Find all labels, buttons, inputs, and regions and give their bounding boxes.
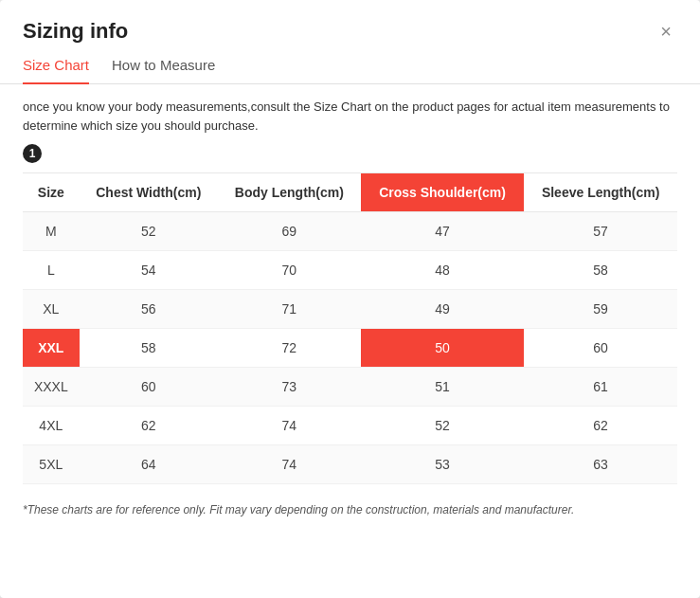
cell-size: M: [23, 212, 80, 251]
cell-sleeve: 58: [524, 251, 677, 290]
cell-shoulder: 53: [361, 445, 524, 484]
size-table: Size Chest Width(cm) Body Length(cm) Cro…: [23, 172, 677, 484]
modal-title: Sizing info: [23, 19, 128, 44]
cell-chest: 56: [80, 290, 218, 329]
cell-sleeve: 60: [524, 329, 677, 368]
table-row[interactable]: XL56714959: [23, 290, 677, 329]
cell-sleeve: 61: [524, 368, 677, 407]
cell-body: 74: [218, 445, 361, 484]
col-header-shoulder: Cross Shoulder(cm): [361, 173, 524, 212]
cell-shoulder: 47: [361, 212, 524, 251]
cell-size: 5XL: [23, 445, 80, 484]
cell-shoulder: 48: [361, 251, 524, 290]
cell-chest: 52: [80, 212, 218, 251]
col-header-body: Body Length(cm): [218, 173, 361, 212]
table-header-row: Size Chest Width(cm) Body Length(cm) Cro…: [23, 173, 677, 212]
table-row[interactable]: XXL58725060: [23, 329, 677, 368]
cell-size: XL: [23, 290, 80, 329]
tab-content: once you know your body measurements,con…: [0, 84, 700, 484]
description-text: once you know your body measurements,con…: [23, 98, 677, 135]
tab-how-to-measure[interactable]: How to Measure: [112, 57, 215, 84]
cell-sleeve: 59: [524, 290, 677, 329]
cell-body: 70: [218, 251, 361, 290]
cell-body: 74: [218, 407, 361, 445]
cell-size: XXL: [23, 329, 80, 368]
cell-chest: 60: [80, 368, 218, 407]
cell-chest: 62: [80, 407, 218, 445]
footer-note: *These charts are for reference only. Fi…: [0, 494, 700, 535]
close-button[interactable]: ×: [655, 20, 677, 43]
tab-size-chart[interactable]: Size Chart: [23, 57, 89, 84]
table-row[interactable]: M52694757: [23, 212, 677, 251]
col-header-size: Size: [23, 173, 80, 212]
modal-header: Sizing info ×: [0, 0, 700, 44]
cell-body: 71: [218, 290, 361, 329]
cell-chest: 54: [80, 251, 218, 290]
cell-shoulder: 52: [361, 407, 524, 445]
cell-shoulder: 51: [361, 368, 524, 407]
cell-size: L: [23, 251, 80, 290]
info-badge: 1: [23, 144, 42, 163]
cell-body: 72: [218, 329, 361, 368]
cell-size: 4XL: [23, 407, 80, 445]
cell-sleeve: 62: [524, 407, 677, 445]
cell-sleeve: 57: [524, 212, 677, 251]
cell-shoulder: 50: [361, 329, 524, 368]
cell-sleeve: 63: [524, 445, 677, 484]
table-row[interactable]: 4XL62745262: [23, 407, 677, 445]
table-row[interactable]: 5XL64745363: [23, 445, 677, 484]
sizing-info-modal: Sizing info × Size Chart How to Measure …: [0, 0, 700, 598]
col-header-chest: Chest Width(cm): [80, 173, 218, 212]
cell-size: XXXL: [23, 368, 80, 407]
cell-shoulder: 49: [361, 290, 524, 329]
col-header-sleeve: Sleeve Length(cm): [524, 173, 677, 212]
cell-chest: 64: [80, 445, 218, 484]
table-row[interactable]: XXXL60735161: [23, 368, 677, 407]
cell-chest: 58: [80, 329, 218, 368]
tabs-container: Size Chart How to Measure: [0, 44, 700, 84]
table-row[interactable]: L54704858: [23, 251, 677, 290]
cell-body: 73: [218, 368, 361, 407]
cell-body: 69: [218, 212, 361, 251]
